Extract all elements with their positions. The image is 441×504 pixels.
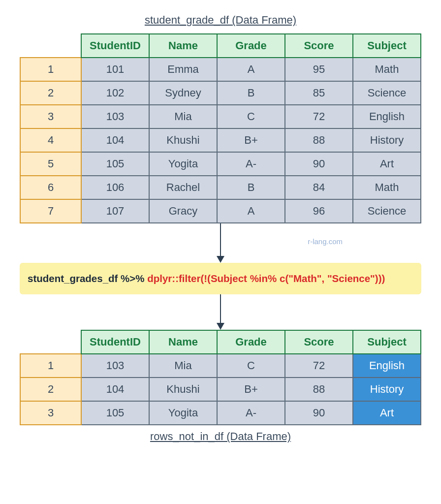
cell: 105: [81, 401, 149, 425]
row-num: 3: [20, 105, 81, 128]
table-row: 3105YogitaA-90Art: [20, 401, 421, 425]
col-h: StudentID: [81, 330, 149, 354]
cell-highlighted: Art: [353, 401, 421, 425]
cell: 106: [81, 176, 149, 199]
cell: 103: [81, 105, 149, 128]
col-h: Score: [285, 34, 353, 58]
cell: Sydney: [149, 81, 217, 105]
cell: Art: [353, 152, 421, 176]
cell: 90: [285, 401, 353, 425]
output-table: StudentID Name Grade Score Subject 1103M…: [20, 330, 421, 425]
cell: 101: [81, 58, 149, 81]
cell: 88: [285, 128, 353, 152]
col-h: Subject: [353, 330, 421, 354]
cell: A-: [217, 152, 285, 176]
cell: 105: [81, 152, 149, 176]
cell: English: [353, 105, 421, 128]
row-num: 3: [20, 401, 81, 425]
cell: Gracy: [149, 199, 217, 223]
col-h: StudentID: [81, 34, 149, 58]
cell: Rachel: [149, 176, 217, 199]
col-h: Subject: [353, 34, 421, 58]
watermark: r-lang.com: [308, 237, 343, 246]
cell: Math: [353, 176, 421, 199]
row-num: 6: [20, 176, 81, 199]
cell: Yogita: [149, 401, 217, 425]
flow-arrow-2: [10, 294, 431, 330]
corner-cell: [20, 330, 81, 354]
table-row: 1101EmmaA95Math: [20, 58, 421, 81]
table-header-row: StudentID Name Grade Score Subject: [20, 330, 421, 354]
row-num: 1: [20, 354, 81, 378]
cell: Khushi: [149, 378, 217, 401]
cell: C: [217, 105, 285, 128]
corner-cell: [20, 34, 81, 58]
cell: Mia: [149, 354, 217, 378]
table-row: 1103MiaC72English: [20, 354, 421, 378]
table-row: 7107GracyA96Science: [20, 199, 421, 223]
cell: B: [217, 176, 285, 199]
cell: Mia: [149, 105, 217, 128]
flow-arrow-1: r-lang.com: [10, 223, 431, 263]
cell-highlighted: History: [353, 378, 421, 401]
table-row: 2102SydneyB85Science: [20, 81, 421, 105]
arrow-line: [220, 294, 221, 324]
code-text-black: student_grades_df %>%: [28, 273, 147, 284]
cell: Emma: [149, 58, 217, 81]
code-expression: student_grades_df %>% dplyr::filter(!(Su…: [20, 263, 421, 294]
col-h: Grade: [217, 34, 285, 58]
cell: 104: [81, 378, 149, 401]
cell: Yogita: [149, 152, 217, 176]
top-caption: student_grade_df (Data Frame): [10, 14, 431, 27]
cell: History: [353, 128, 421, 152]
table-row: 5105YogitaA-90Art: [20, 152, 421, 176]
cell: B+: [217, 128, 285, 152]
table-row: 3103MiaC72English: [20, 105, 421, 128]
row-num: 5: [20, 152, 81, 176]
cell: Science: [353, 81, 421, 105]
bottom-caption: rows_not_in_df (Data Frame): [10, 430, 431, 443]
arrow-head-icon: [217, 256, 224, 263]
cell: 88: [285, 378, 353, 401]
row-num: 2: [20, 81, 81, 105]
table-row: 6106RachelB84Math: [20, 176, 421, 199]
cell: B: [217, 81, 285, 105]
cell: 90: [285, 152, 353, 176]
cell: 103: [81, 354, 149, 378]
cell: A-: [217, 401, 285, 425]
cell: 107: [81, 199, 149, 223]
arrow-head-icon: [217, 323, 224, 330]
col-h: Score: [285, 330, 353, 354]
cell-highlighted: English: [353, 354, 421, 378]
row-num: 2: [20, 378, 81, 401]
cell: B+: [217, 378, 285, 401]
input-table: StudentID Name Grade Score Subject 1101E…: [20, 33, 421, 223]
col-h: Grade: [217, 330, 285, 354]
row-num: 1: [20, 58, 81, 81]
cell: 104: [81, 128, 149, 152]
cell: Science: [353, 199, 421, 223]
cell: 72: [285, 354, 353, 378]
cell: 102: [81, 81, 149, 105]
cell: Math: [353, 58, 421, 81]
table-row: 4104KhushiB+88History: [20, 128, 421, 152]
cell: A: [217, 199, 285, 223]
cell: 85: [285, 81, 353, 105]
cell: Khushi: [149, 128, 217, 152]
col-h: Name: [149, 330, 217, 354]
table-header-row: StudentID Name Grade Score Subject: [20, 34, 421, 58]
cell: 72: [285, 105, 353, 128]
cell: A: [217, 58, 285, 81]
code-text-red: dplyr::filter(!(Subject %in% c("Math", "…: [147, 273, 385, 284]
table-row: 2104KhushiB+88History: [20, 378, 421, 401]
cell: 96: [285, 199, 353, 223]
cell: 95: [285, 58, 353, 81]
row-num: 4: [20, 128, 81, 152]
cell: 84: [285, 176, 353, 199]
arrow-line: [220, 223, 221, 257]
cell: C: [217, 354, 285, 378]
col-h: Name: [149, 34, 217, 58]
row-num: 7: [20, 199, 81, 223]
